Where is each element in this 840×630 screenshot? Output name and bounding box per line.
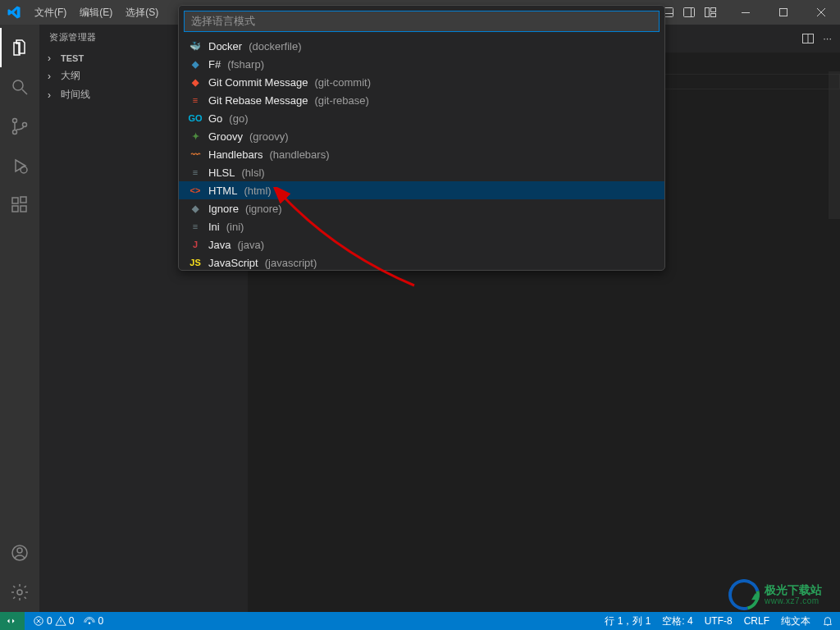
quickpick-item-java[interactable]: JJava(java) [179, 235, 664, 253]
watermark-swirl-icon [723, 573, 765, 616]
window-close[interactable] [802, 0, 840, 25]
activity-source-control[interactable] [0, 107, 39, 146]
quickpick-item-html[interactable]: <>HTML(html) [179, 181, 664, 199]
language-file-icon: <> [189, 184, 202, 197]
quickpick-list: 🐳Docker(dockerfile)◆F#(fsharp)◆Git Commi… [179, 37, 664, 270]
status-ports[interactable]: 0 [84, 615, 103, 627]
svg-point-25 [17, 548, 22, 553]
activity-extensions[interactable] [0, 185, 39, 225]
menu-edit[interactable]: 编辑(E) [73, 0, 119, 25]
language-file-icon: ◆ [189, 57, 202, 71]
customize-layout-icon[interactable] [701, 2, 720, 22]
activity-explorer[interactable] [0, 28, 39, 67]
svg-rect-10 [780, 9, 788, 16]
status-bar: 0 0 0 行 1，列 1 空格: 4 UTF-8 CRLF 纯文本 [0, 612, 840, 630]
window-minimize[interactable] [727, 0, 765, 25]
window-maximize[interactable] [765, 0, 802, 25]
svg-point-15 [13, 119, 17, 123]
split-editor-icon[interactable] [801, 32, 815, 45]
language-mode-quickpick: 选择语言模式 🐳Docker(dockerfile)◆F#(fsharp)◆Gi… [178, 5, 665, 271]
svg-rect-9 [742, 12, 750, 13]
status-language[interactable]: 纯文本 [781, 614, 810, 628]
status-eol[interactable]: CRLF [744, 615, 769, 627]
quickpick-item-git-rebase-message[interactable]: ≡Git Rebase Message(git-rebase) [179, 91, 664, 109]
status-remote[interactable] [0, 612, 25, 630]
quickpick-item-ignore[interactable]: ◆Ignore(ignore) [179, 199, 664, 217]
svg-rect-7 [711, 8, 716, 12]
status-notifications-icon[interactable] [822, 615, 833, 627]
activity-debug[interactable] [0, 146, 39, 185]
quickpick-item-ini[interactable]: ≡Ini(ini) [179, 217, 664, 235]
svg-line-14 [22, 89, 27, 94]
quickpick-placeholder: 选择语言模式 [191, 14, 255, 29]
quickpick-input[interactable]: 选择语言模式 [184, 11, 660, 32]
status-encoding[interactable]: UTF-8 [705, 615, 733, 627]
svg-point-17 [23, 123, 27, 127]
quickpick-item-go[interactable]: GOGo(go) [179, 109, 664, 127]
svg-rect-22 [21, 206, 26, 212]
language-file-icon: 〰 [189, 148, 202, 161]
language-file-icon: J [189, 238, 202, 251]
quickpick-item-groovy[interactable]: ✦Groovy(groovy) [179, 127, 664, 145]
status-problems[interactable]: 0 0 [33, 615, 74, 627]
quickpick-item-f-[interactable]: ◆F#(fsharp) [179, 55, 664, 73]
toggle-panel-right-icon[interactable] [679, 2, 699, 22]
svg-point-19 [21, 167, 27, 173]
language-file-icon: ≡ [189, 220, 202, 233]
svg-rect-20 [12, 198, 18, 203]
language-file-icon: ◆ [189, 202, 202, 215]
language-file-icon: GO [189, 112, 202, 125]
svg-point-33 [89, 623, 91, 624]
svg-rect-6 [705, 8, 710, 17]
quickpick-item-docker[interactable]: 🐳Docker(dockerfile) [179, 37, 664, 55]
quickpick-item-git-commit-message[interactable]: ◆Git Commit Message(git-commit) [179, 73, 664, 91]
svg-point-26 [17, 590, 22, 595]
watermark: 极光下载站 www.xz7.com [728, 579, 822, 610]
status-indent[interactable]: 空格: 4 [662, 614, 692, 628]
svg-rect-21 [12, 206, 18, 212]
vscode-logo-icon [7, 5, 21, 20]
activity-bar [0, 25, 39, 612]
language-file-icon: JS [189, 256, 202, 269]
svg-point-16 [13, 130, 17, 135]
quickpick-item-javascript[interactable]: JSJavaScript(javascript) [179, 253, 664, 270]
svg-point-13 [13, 80, 23, 90]
svg-rect-4 [684, 8, 695, 17]
svg-rect-23 [21, 197, 26, 203]
language-file-icon: 🐳 [189, 39, 202, 52]
quickpick-item-hlsl[interactable]: ≡HLSL(hlsl) [179, 163, 664, 181]
status-line-col[interactable]: 行 1，列 1 [605, 614, 651, 628]
svg-rect-8 [711, 14, 716, 17]
activity-search[interactable] [0, 67, 39, 107]
chevron-right-icon: › [48, 89, 57, 101]
language-file-icon: ◆ [189, 75, 202, 89]
activity-settings[interactable] [0, 573, 39, 612]
language-file-icon: ≡ [189, 94, 202, 107]
minimap-scrollbar[interactable] [829, 71, 840, 219]
quickpick-item-handlebars[interactable]: 〰Handlebars(handlebars) [179, 145, 664, 163]
language-file-icon: ≡ [189, 166, 202, 179]
activity-account[interactable] [0, 533, 39, 573]
more-actions-icon[interactable]: ··· [823, 32, 832, 45]
menu-file[interactable]: 文件(F) [28, 0, 73, 25]
chevron-right-icon: › [48, 52, 57, 64]
language-file-icon: ✦ [189, 130, 202, 143]
menu-select[interactable]: 选择(S) [119, 0, 165, 25]
chevron-right-icon: › [48, 71, 57, 82]
